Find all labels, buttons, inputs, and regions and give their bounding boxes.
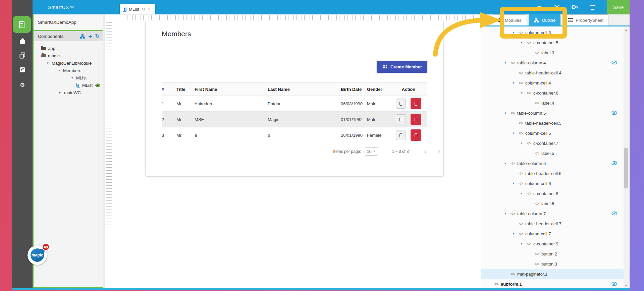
chevron-down-icon[interactable]: ▾ [505, 212, 511, 215]
visibility-off-icon[interactable] [611, 282, 617, 286]
tab-outline[interactable]: Outline [529, 14, 560, 25]
tree-item-mlist-group[interactable]: ▾ MList [34, 74, 103, 81]
chevron-down-icon[interactable]: ▾ [521, 41, 527, 44]
chevron-down-icon[interactable]: ▾ [505, 162, 511, 165]
table-row[interactable]: 3 Mr a p 26/01/1990 Female [162, 127, 427, 143]
tab-propertysheet[interactable]: PropertySheet [563, 14, 608, 25]
code-view-icon[interactable]: </> [535, 4, 543, 11]
outline-item[interactable]: ▾</>c-container.8 [481, 188, 630, 198]
outline-item[interactable]: </>button.3 [481, 259, 630, 269]
tree-item-mlist-doc[interactable]: MList [34, 81, 103, 89]
outline-item[interactable]: ▾</>column-cell.5 [481, 128, 630, 138]
outline-item[interactable]: ▾</>table-column.5 [481, 108, 630, 118]
visibility-off-icon[interactable] [611, 111, 617, 115]
chevron-down-icon[interactable]: ▾ [521, 192, 527, 195]
scroll-up-icon[interactable]: ▲ [624, 27, 629, 33]
tree-item-mainwc[interactable]: ▸ mainWC [34, 89, 103, 96]
outline-item[interactable]: </>table-header-cell.5 [481, 118, 630, 128]
table-row[interactable]: 1 Mr Aniruddh Potdar 06/08/1990 Male [162, 96, 427, 112]
edit-row-button[interactable] [396, 130, 406, 140]
monitor-preview-icon[interactable] [589, 4, 596, 11]
outline-item[interactable]: </>label.6 [481, 198, 630, 209]
delete-row-button[interactable] [411, 129, 421, 141]
design-canvas[interactable]: Members Create Member # Title First Name… [105, 14, 481, 288]
outline-item-selected[interactable]: </>mat-paginator.1 [481, 269, 630, 279]
chevron-down-icon[interactable]: ▾ [58, 69, 63, 72]
sidebar-item-pages[interactable] [13, 16, 31, 33]
outline-item[interactable]: </>button.2 [481, 249, 630, 259]
visibility-off-icon[interactable] [611, 211, 617, 216]
sidebar-item-share[interactable] [12, 64, 33, 75]
table-row[interactable]: 2 Mr MSE Magic 01/01/1982 Male [162, 112, 427, 127]
outline-item[interactable]: ▾</>c-container.7 [481, 138, 630, 148]
outline-item[interactable]: </>label.4 [481, 98, 630, 108]
visibility-on-icon[interactable] [95, 83, 100, 87]
tree-item-magicgenlibmodule[interactable]: ▾ MagicGenLibModule [34, 59, 103, 67]
outline-item[interactable]: </>table-header-cell.4 [481, 68, 630, 78]
outline-item[interactable]: </>subform.1 [481, 279, 630, 288]
outline-item[interactable]: </>table-header-cell.6 [481, 168, 630, 178]
modules-icon [498, 18, 502, 22]
refresh-tab-icon[interactable]: ↻ [142, 7, 145, 12]
chevron-down-icon[interactable]: ▾ [71, 76, 76, 79]
outline-item[interactable]: </>table-header-cell.7 [481, 219, 630, 229]
outline-item[interactable]: ▾</>table-column.7 [481, 209, 630, 219]
tree-view-icon[interactable] [80, 34, 85, 39]
outline-item[interactable]: ▾</>table-column.4 [481, 58, 630, 68]
app-name[interactable]: SmartUXDemoApp [34, 14, 103, 30]
visibility-off-icon[interactable] [611, 161, 617, 165]
visibility-off-icon[interactable] [611, 60, 617, 65]
outline-item[interactable]: ▾</>table-column.6 [481, 158, 630, 168]
outline-item[interactable]: ▾</>column-cell.6 [481, 178, 630, 188]
sidebar-item-components[interactable] [12, 36, 33, 47]
outline-item[interactable]: ▾</>c-container.5 [481, 38, 630, 48]
left-panel-scrollbar[interactable] [103, 14, 105, 288]
outline-item[interactable]: </>label.3 [481, 48, 630, 58]
previous-page-button[interactable]: ‹ [424, 148, 427, 155]
chevron-down-icon[interactable]: ▾ [513, 182, 519, 185]
chevron-down-icon[interactable]: ▾ [505, 61, 511, 64]
delete-row-button[interactable] [411, 114, 421, 125]
outline-item[interactable]: ▾</>column-cell.3 [481, 27, 630, 38]
gears-icon[interactable]: ⚙⚙ [571, 4, 578, 11]
next-page-button[interactable]: › [438, 148, 440, 155]
outline-item[interactable]: ▾</>column-cell.7 [481, 229, 630, 239]
create-member-button[interactable]: Create Member [377, 61, 427, 73]
save-button[interactable]: Save [607, 0, 630, 14]
tree-item-app[interactable]: app [34, 45, 103, 52]
magic-launcher[interactable]: magic 48 [28, 245, 47, 265]
outline-scrollbar[interactable]: ▲ ▼ [624, 27, 629, 288]
edit-row-button[interactable] [396, 114, 406, 124]
tree-item-members[interactable]: ▾ Members [34, 67, 103, 74]
chevron-down-icon[interactable]: ▾ [521, 91, 527, 95]
tree-item-magic[interactable]: magic [34, 52, 103, 59]
outline-item[interactable]: ▾</>c-container.6 [481, 88, 630, 98]
chevron-down-icon[interactable]: ▾ [513, 81, 519, 84]
code-tag-icon: </> [519, 71, 523, 75]
chevron-right-icon[interactable]: ▸ [59, 91, 64, 94]
chevron-down-icon[interactable]: ▾ [505, 111, 511, 115]
chevron-down-icon[interactable]: ▾ [513, 131, 519, 135]
expand-icon[interactable] [553, 4, 560, 11]
chevron-down-icon[interactable]: ▾ [521, 242, 527, 245]
chevron-down-icon[interactable]: ▾ [513, 232, 519, 235]
chevron-down-icon[interactable]: ▾ [513, 31, 519, 34]
refresh-components-icon[interactable]: ↻ [95, 34, 100, 39]
scrollbar-thumb[interactable] [624, 148, 628, 188]
edit-row-button[interactable] [396, 99, 406, 109]
chevron-down-icon[interactable]: ▾ [521, 141, 527, 145]
chevron-down-icon[interactable]: ▾ [47, 61, 52, 65]
outline-item[interactable]: ▾</>c-container.9 [481, 239, 630, 249]
sidebar-item-copies[interactable] [12, 50, 33, 61]
tab-modules[interactable]: Modules [493, 14, 526, 25]
delete-row-button[interactable] [411, 98, 421, 109]
outline-item[interactable]: ▾</>column-cell.4 [481, 78, 630, 88]
scroll-down-icon[interactable]: ▼ [624, 283, 629, 288]
add-component-icon[interactable]: + [88, 33, 92, 40]
outline-item[interactable]: </>label.5 [481, 148, 630, 158]
page-size-select[interactable]: 10 ▼ [365, 147, 378, 156]
sidebar-item-settings[interactable]: ⚙ [12, 79, 33, 91]
close-tab-icon[interactable]: × [148, 7, 150, 12]
document-tab-mlist[interactable]: MList ↻ × [120, 4, 155, 14]
document-icon [76, 83, 80, 88]
